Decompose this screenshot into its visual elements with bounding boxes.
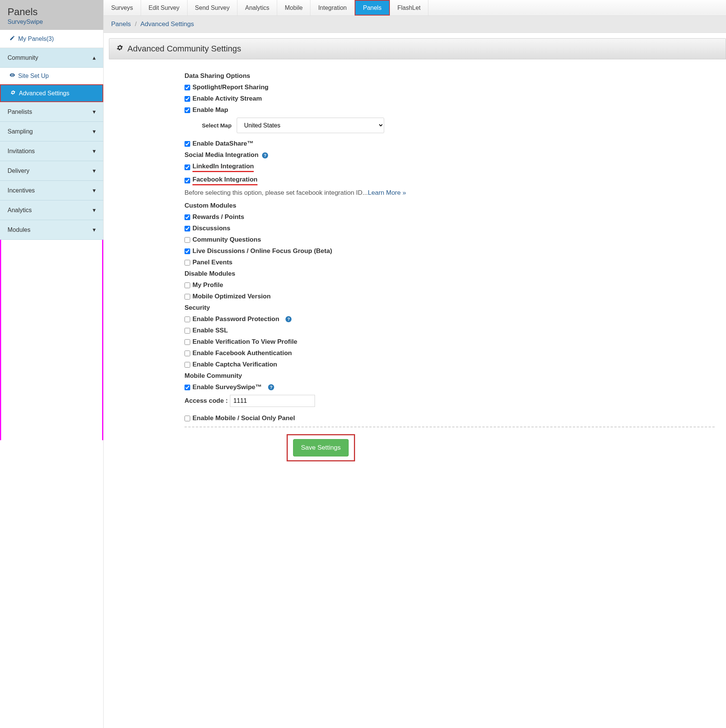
topnav-item-integration[interactable]: Integration (310, 0, 355, 16)
checkbox-input[interactable] (185, 362, 190, 368)
checkbox-input[interactable] (185, 385, 190, 390)
checkbox-label: Enable SSL (192, 327, 228, 334)
checkbox-input[interactable] (185, 294, 190, 300)
sidebar-section-delivery[interactable]: Delivery (0, 161, 103, 181)
checkbox-enable-map[interactable]: Enable Map (185, 106, 715, 114)
sidebar-section-panelists[interactable]: Panelists (0, 102, 103, 122)
checkbox-input[interactable] (185, 260, 190, 265)
topnav-item-send-survey[interactable]: Send Survey (188, 0, 238, 16)
topnav-item-panels[interactable]: Panels (355, 0, 390, 16)
section-custom-modules: Custom Modules (185, 202, 715, 210)
checkbox-my-profile[interactable]: My Profile (185, 281, 715, 289)
checkbox-input[interactable] (185, 178, 190, 183)
gears-icon (116, 44, 124, 54)
sidebar-item-label: Advanced Settings (19, 90, 69, 97)
access-code-input[interactable] (230, 395, 315, 407)
facebook-note: Before selecting this option, please set… (185, 189, 715, 197)
chevron-down-icon (93, 206, 96, 214)
sidebar-item-site-setup[interactable]: Site Set Up (0, 68, 103, 84)
checkbox-input[interactable] (185, 317, 190, 322)
topnav-item-surveys[interactable]: Surveys (104, 0, 141, 16)
chevron-down-icon (93, 167, 96, 174)
checkbox-label: Enable Facebook Authentication (192, 349, 292, 357)
checkbox-community-questions[interactable]: Community Questions (185, 236, 715, 244)
checkbox-input[interactable] (185, 141, 190, 147)
select-map-label: Select Map (202, 122, 231, 129)
checkbox-label: Rewards / Points (192, 213, 244, 221)
topnav-item-analytics[interactable]: Analytics (237, 0, 277, 16)
checkbox-live-discussions[interactable]: Live Discussions / Online Focus Group (B… (185, 247, 715, 255)
checkbox-label: Enable Activity Stream (192, 95, 262, 102)
checkbox-label: Community Questions (192, 236, 261, 244)
divider (185, 427, 715, 427)
checkbox-input[interactable] (185, 226, 190, 231)
checkbox-input[interactable] (185, 96, 190, 102)
checkbox-input[interactable] (185, 248, 190, 254)
checkbox-input[interactable] (185, 107, 190, 113)
checkbox-facebook-auth[interactable]: Enable Facebook Authentication (185, 349, 715, 357)
topnav-item-flashlet[interactable]: FlashLet (390, 0, 428, 16)
breadcrumb: Panels / Advanced Settings (104, 16, 726, 33)
chevron-down-icon (93, 147, 96, 155)
checkbox-input[interactable] (185, 283, 190, 288)
gears-icon (10, 90, 16, 97)
help-icon[interactable]: ? (262, 152, 268, 158)
checkbox-mobile-optimized[interactable]: Mobile Optimized Version (185, 293, 715, 300)
sidebar-section-analytics[interactable]: Analytics (0, 200, 103, 220)
sidebar-section-sampling[interactable]: Sampling (0, 122, 103, 141)
sidebar-section-modules[interactable]: Modules (0, 220, 103, 240)
chevron-down-icon (93, 128, 96, 135)
checkbox-input[interactable] (185, 237, 190, 243)
checkbox-verification[interactable]: Enable Verification To View Profile (185, 338, 715, 346)
checkbox-spotlight-sharing[interactable]: Spotlight/Report Sharing (185, 84, 715, 91)
save-button[interactable]: Save Settings (293, 439, 349, 456)
section-label: Delivery (8, 168, 29, 174)
checkbox-facebook[interactable]: Facebook Integration (185, 176, 715, 185)
checkbox-label: Live Discussions / Online Focus Group (B… (192, 247, 332, 255)
checkbox-input[interactable] (185, 85, 190, 90)
sidebar-item-advanced-settings[interactable]: Advanced Settings (0, 84, 103, 102)
section-label: Community (8, 54, 38, 61)
checkbox-social-only[interactable]: Enable Mobile / Social Only Panel (185, 414, 715, 422)
section-label: Modules (8, 227, 30, 233)
checkbox-label: Spotlight/Report Sharing (192, 84, 268, 91)
checkbox-panel-events[interactable]: Panel Events (185, 259, 715, 266)
breadcrumb-panels[interactable]: Panels (111, 20, 131, 28)
checkbox-datashare[interactable]: Enable DataShare™ (185, 140, 715, 147)
sidebar-section-invitations[interactable]: Invitations (0, 141, 103, 161)
select-map-dropdown[interactable]: United States (237, 118, 384, 133)
checkbox-input[interactable] (185, 339, 190, 345)
topnav-item-edit-survey[interactable]: Edit Survey (141, 0, 188, 16)
checkbox-label: My Profile (192, 281, 223, 289)
checkbox-captcha[interactable]: Enable Captcha Verification (185, 361, 715, 368)
sidebar-item-my-panels[interactable]: My Panels(3) (0, 30, 103, 48)
checkbox-activity-stream[interactable]: Enable Activity Stream (185, 95, 715, 102)
sidebar-title: Panels (8, 6, 96, 18)
checkbox-rewards[interactable]: Rewards / Points (185, 213, 715, 221)
checkbox-label: Facebook Integration (192, 176, 258, 185)
checkbox-linkedin[interactable]: LinkedIn Integration (185, 163, 715, 172)
checkbox-input[interactable] (185, 416, 190, 421)
checkbox-input[interactable] (185, 351, 190, 356)
checkbox-discussions[interactable]: Discussions (185, 225, 715, 232)
section-label: Sampling (8, 128, 33, 135)
breadcrumb-advanced-settings[interactable]: Advanced Settings (140, 20, 194, 28)
learn-more-link[interactable]: Learn More » (368, 189, 406, 196)
checkbox-password-protection[interactable]: Enable Password Protection ? (185, 315, 715, 323)
sidebar-section-incentives[interactable]: Incentives (0, 181, 103, 200)
sidebar-section-community[interactable]: Community (0, 48, 103, 68)
checkbox-label: LinkedIn Integration (192, 163, 254, 172)
page-title: Advanced Community Settings (127, 44, 241, 54)
checkbox-input[interactable] (185, 328, 190, 334)
checkbox-surveyswipe[interactable]: Enable SurveySwipe™ ? (185, 383, 715, 391)
checkbox-input[interactable] (185, 214, 190, 220)
section-social-media: Social Media Integration ? (185, 151, 715, 159)
checkbox-ssl[interactable]: Enable SSL (185, 327, 715, 334)
chevron-down-icon (93, 226, 96, 233)
help-icon[interactable]: ? (268, 384, 274, 390)
section-mobile-community: Mobile Community (185, 372, 715, 380)
checkbox-label: Enable DataShare™ (192, 140, 254, 147)
help-icon[interactable]: ? (285, 316, 292, 322)
checkbox-input[interactable] (185, 165, 190, 170)
topnav-item-mobile[interactable]: Mobile (277, 0, 310, 16)
